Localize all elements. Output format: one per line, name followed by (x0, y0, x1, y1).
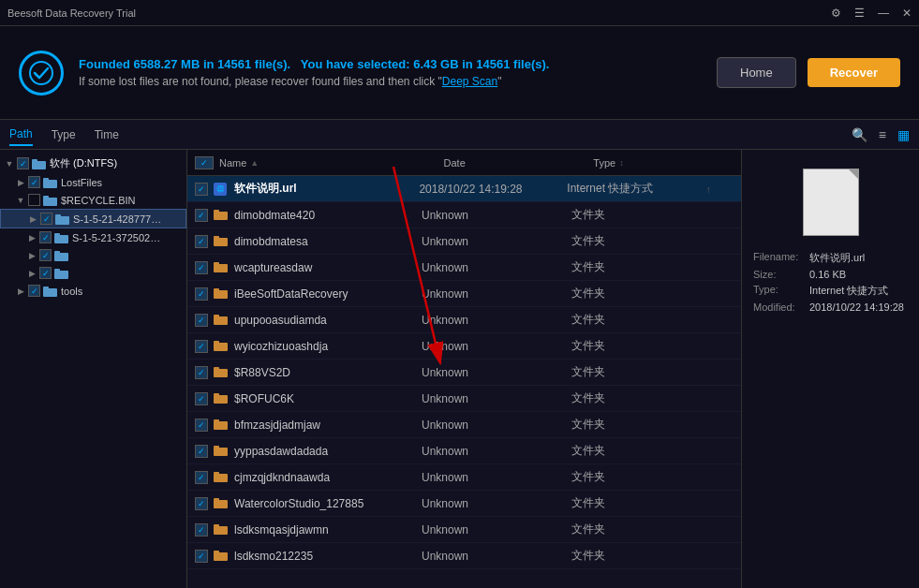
file-rows: ✓🌐软件说明.url2018/10/22 14:19:28Internet 快捷… (187, 176, 741, 569)
tree-checkbox[interactable]: ✓ (40, 213, 52, 225)
table-row[interactable]: ✓lsdksmqasjdjawmnUnknown文件夹 (187, 517, 741, 543)
table-row[interactable]: ✓lsdksmo212235Unknown文件夹 (187, 543, 741, 569)
right-panel: Filename: 软件说明.url Size: 0.16 KB Type: I… (741, 150, 919, 588)
file-name: iBeeSoftDataRecovery (234, 287, 422, 301)
tree-item-empty2[interactable]: ▶ ✓ (0, 264, 186, 282)
header-checkbox[interactable]: ✓ (195, 156, 214, 169)
home-button[interactable]: Home (717, 57, 796, 88)
svg-rect-27 (214, 343, 228, 351)
svg-rect-29 (214, 369, 228, 377)
file-checkbox[interactable]: ✓ (195, 287, 208, 301)
tree-label: LostFiles (61, 177, 102, 188)
file-checkbox[interactable]: ✓ (195, 550, 208, 563)
file-type: 文件夹 (571, 312, 712, 328)
recover-button[interactable]: Recover (808, 58, 900, 87)
tree-item-sid1[interactable]: ▶ ✓ S-1-5-21-42877754... (0, 209, 186, 228)
svg-rect-21 (214, 264, 228, 272)
tree-item-empty1[interactable]: ▶ ✓ (0, 246, 186, 264)
tab-path[interactable]: Path (9, 124, 33, 146)
file-checkbox[interactable]: ✓ (195, 261, 208, 274)
svg-rect-4 (43, 178, 49, 181)
table-row[interactable]: ✓WatercolorStudio_127885Unknown文件夹 (187, 491, 741, 517)
table-row[interactable]: ✓bfmzasjdjadmjawUnknown文件夹 (187, 412, 741, 438)
file-name: lsdksmqasjdjawmn (234, 523, 422, 537)
file-checkbox[interactable]: ✓ (195, 392, 208, 405)
file-checkbox[interactable]: ✓ (195, 523, 208, 537)
file-checkbox[interactable]: ✓ (195, 340, 208, 353)
file-preview-icon (803, 169, 859, 236)
tree-checkbox[interactable]: ✓ (39, 231, 52, 243)
tree-item-tools[interactable]: ▶ ✓ tools (0, 282, 186, 300)
svg-rect-44 (214, 551, 219, 553)
svg-rect-39 (214, 500, 228, 508)
svg-rect-22 (214, 262, 219, 265)
tab-time[interactable]: Time (95, 125, 119, 145)
tree-item-sid2[interactable]: ▶ ✓ S-1-5-21-37250276... (0, 228, 186, 246)
tree-checkbox[interactable]: ✓ (28, 285, 40, 297)
meta-type: Type: Internet 快捷方式 (753, 284, 908, 298)
tree-checkbox[interactable] (28, 194, 40, 206)
folder-icon (214, 314, 229, 327)
svg-rect-20 (214, 236, 219, 239)
grid-view-icon[interactable]: ▦ (897, 127, 910, 142)
file-checkbox[interactable]: ✓ (195, 445, 208, 458)
close-icon[interactable]: ✕ (902, 7, 912, 20)
table-row[interactable]: ✓🌐软件说明.url2018/10/22 14:19:28Internet 快捷… (187, 176, 741, 202)
tree-checkbox[interactable]: ✓ (39, 267, 52, 279)
tree-item-drive[interactable]: ▼ ✓ 软件 (D:NTFS) (0, 154, 186, 173)
table-row[interactable]: ✓yyppasdawdadadaUnknown文件夹 (187, 438, 741, 464)
svg-rect-31 (214, 395, 228, 404)
table-row[interactable]: ✓wcaptureasdawUnknown文件夹 (187, 255, 741, 281)
table-row[interactable]: ✓dimobdmatesaUnknown文件夹 (187, 228, 741, 255)
file-type: 文件夹 (571, 338, 712, 354)
file-checkbox[interactable]: ✓ (195, 366, 208, 379)
svg-rect-2 (32, 159, 37, 162)
search-icon[interactable]: 🔍 (852, 127, 867, 142)
table-row[interactable]: ✓$ROFUC6KUnknown文件夹 (187, 386, 741, 412)
table-row[interactable]: ✓$R88VS2DUnknown文件夹 (187, 360, 741, 386)
file-checkbox[interactable]: ✓ (195, 471, 208, 484)
svg-rect-18 (214, 210, 219, 213)
tree-label: S-1-5-21-42877754... (73, 213, 167, 225)
folder-icon (214, 497, 229, 510)
settings-icon[interactable]: ⚙ (831, 7, 841, 20)
list-view-icon[interactable]: ≡ (879, 127, 886, 142)
svg-rect-5 (43, 198, 57, 206)
minimize-icon[interactable]: — (878, 7, 889, 20)
table-row[interactable]: ✓dimobdmate420Unknown文件夹 (187, 202, 741, 228)
tree-item-recyclebin[interactable]: ▼ $RECYCLE.BIN (0, 191, 186, 209)
file-type: 文件夹 (571, 259, 712, 275)
folder-icon (54, 232, 69, 243)
deep-scan-link[interactable]: Deep Scan (442, 75, 497, 88)
folder-icon (55, 213, 70, 225)
meta-filename: Filename: 软件说明.url (753, 251, 908, 265)
table-row[interactable]: ✓wyicozhizuoashdjaUnknown文件夹 (187, 333, 741, 360)
file-name: wcaptureasdaw (234, 261, 422, 274)
file-checkbox[interactable]: ✓ (195, 419, 208, 432)
header-buttons: Home Recover (717, 57, 900, 88)
tree-checkbox[interactable]: ✓ (17, 157, 29, 169)
titlebar: Beesoft Data Recovery Trial ⚙ ☰ — ✕ (0, 0, 919, 26)
table-row[interactable]: ✓cjmzqjdkndnaawdaUnknown文件夹 (187, 464, 741, 491)
meta-modified: Modified: 2018/10/22 14:19:28 (753, 301, 908, 313)
file-checkbox[interactable]: ✓ (195, 235, 208, 248)
svg-rect-33 (214, 421, 228, 430)
file-checkbox[interactable]: ✓ (195, 497, 208, 510)
file-date: Unknown (422, 314, 571, 327)
file-checkbox[interactable]: ✓ (195, 183, 208, 196)
folder-icon (214, 550, 229, 563)
tab-type[interactable]: Type (52, 125, 76, 145)
tree-checkbox[interactable]: ✓ (28, 176, 40, 188)
table-row[interactable]: ✓iBeeSoftDataRecoveryUnknown文件夹 (187, 281, 741, 307)
svg-rect-36 (214, 446, 219, 448)
tree-item-lostfiles[interactable]: ▶ ✓ LostFiles (0, 173, 186, 191)
tree-checkbox[interactable]: ✓ (39, 249, 52, 261)
file-checkbox[interactable]: ✓ (195, 314, 208, 327)
expander-icon: ▶ (26, 268, 37, 279)
menu-icon[interactable]: ☰ (854, 7, 865, 20)
window-controls: ⚙ ☰ — ✕ (831, 7, 912, 20)
file-checkbox[interactable]: ✓ (195, 209, 208, 222)
table-row[interactable]: ✓upupooasudiamdaUnknown文件夹 (187, 307, 741, 333)
file-list: ✓ Name ▲ Date Type ↕ ✓🌐软件说明.url2018/10/2… (187, 150, 741, 588)
file-name: yyppasdawdadada (234, 445, 422, 458)
